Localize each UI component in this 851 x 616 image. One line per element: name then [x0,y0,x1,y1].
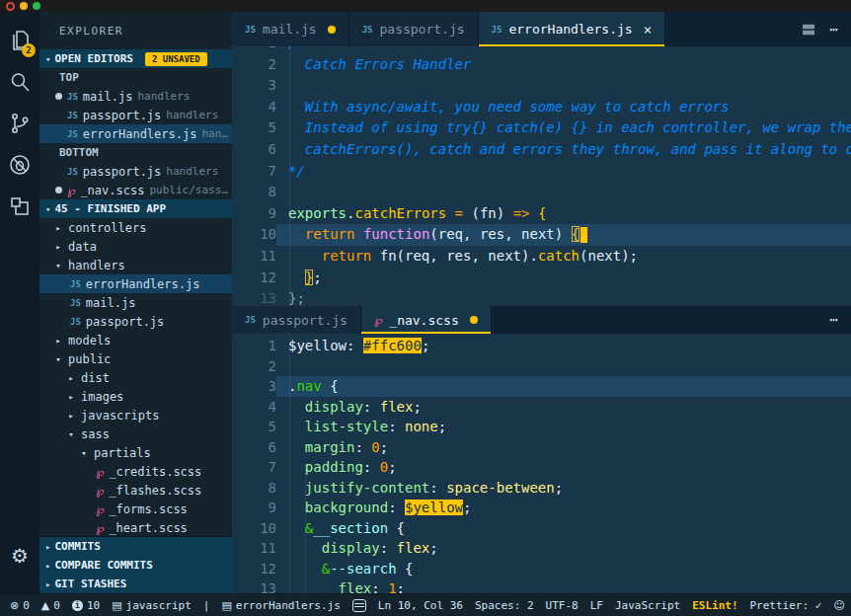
code-line-4[interactable]: 4 display: flex; [232,397,851,418]
code-line-2[interactable]: 2 [232,356,851,377]
tab-passport.js[interactable]: JSpassport.js [349,12,479,46]
code-line-13[interactable]: 13 flex: 1; [232,578,851,593]
line-number: 12 [232,559,276,579]
tree-item-handlers[interactable]: ▾handlers [39,256,232,274]
more-actions-icon[interactable]: ⋯ [829,311,839,329]
tree-item-_forms.scss[interactable]: ℘_forms.scss [39,500,232,518]
line-number: 11 [232,538,276,559]
code-line-8[interactable]: 8 justify-content: space-between; [232,478,851,499]
status-item-Prettier: ✓[interactable]: Prettier: ✓ [750,599,822,612]
status-item-smiley[interactable]: ☺ [833,599,844,612]
status-item-file[interactable]: ▤javascript [112,599,192,612]
status-item-info[interactable]: i10 [72,599,100,612]
code-line-9[interactable]: 9 background: $yellow; [232,498,851,518]
tree-item-_heart.scss[interactable]: ℘_heart.scss [39,518,232,536]
code-line-7[interactable]: 7 padding: 0; [232,457,851,478]
code-token: exports [288,205,347,221]
open-editor-item-mail.js[interactable]: JSmail.jshandlers [39,87,232,106]
minimize-window-button[interactable] [20,2,28,10]
explorer-badge: 2 [22,43,36,57]
code-line-5[interactable]: 5 list-style: none; [232,417,851,437]
tree-item-images[interactable]: ▸images [39,387,232,406]
status-item-barrel[interactable] [352,599,366,612]
code-line-8[interactable]: 8 [232,182,851,203]
code-line-6[interactable]: 6 catchErrors(), catch and errors they t… [232,139,851,161]
status-item-UTF-8[interactable]: UTF-8 [546,599,579,612]
code-line-11[interactable]: 11 return fn(req, res, next).catch(next)… [232,246,851,268]
code-line-1[interactable]: 1$yellow: #ffc600; [232,336,851,356]
tree-item-_credits.scss[interactable]: ℘_credits.scss [39,462,232,481]
code-line-5[interactable]: 5 Instead of using try{} catch(e) {} in … [232,117,851,139]
editor-bottom[interactable]: 1$yellow: #ffc600;23.nav {4 display: fle… [232,334,851,593]
zoom-window-button[interactable] [33,2,40,10]
panel-COMPARE COMMITS[interactable]: ▸COMPARE COMMITS [39,556,232,575]
panel-GIT STASHES[interactable]: ▸GIT STASHES [39,575,232,593]
code-line-11[interactable]: 11 display: flex; [232,538,851,559]
status-item-error[interactable]: ⊗0 [10,599,30,612]
panel-COMMITS[interactable]: ▸COMMITS [39,537,232,556]
tab-_nav.scss[interactable]: ℘_nav.scss [361,306,492,334]
code-line-2[interactable]: 2 Catch Errors Handler [232,54,851,76]
tree-item-partials[interactable]: ▾partials [39,443,232,462]
code-text: Instead of using try{} catch(e) {} in ea… [276,117,851,139]
code-line-3[interactable]: 3 [232,75,851,97]
status-text: LF [590,599,603,612]
close-window-button[interactable] [6,2,15,11]
open-editor-item-passport.js[interactable]: JSpassport.jshandlers [39,162,232,181]
more-actions-icon[interactable]: ⋯ [829,21,839,38]
status-text: | [203,599,210,612]
code-line-7[interactable]: 7*/ [232,161,851,183]
file-name: mail.js [83,90,133,104]
panel-label: COMMITS [54,540,100,553]
open-editor-item-passport.js[interactable]: JSpassport.jshandlers [39,106,232,124]
tree-item-passport.js[interactable]: JSpassport.js [39,312,232,331]
open-editors-header[interactable]: ▾ OPEN EDITORS 2 UNSAVED [39,49,232,68]
tree-item-mail.js[interactable]: JSmail.js [39,293,232,312]
code-line-10[interactable]: 10 &__section { [232,518,851,539]
tree-item-sass[interactable]: ▾sass [39,424,232,443]
editor-top[interactable]: 1/*2 Catch Errors Handler34 With async/a… [232,46,851,306]
debug-icon[interactable] [0,144,39,186]
status-item-file[interactable]: ▤errorHandlers.js [221,599,340,612]
code-line-9[interactable]: 9exports.catchErrors = (fn) => { [232,203,851,225]
open-editor-item-errorHandlers.js[interactable]: JSerrorHandlers.jshandler… [39,124,232,143]
tree-item-javascripts[interactable]: ▸javascripts [39,406,232,424]
status-item-warning[interactable]: ▲0 [41,599,60,612]
project-section-header[interactable]: ▾ 45 - FINISHED APP [39,199,232,218]
tree-item-_flashes.scss[interactable]: ℘_flashes.scss [39,481,232,500]
source-control-icon[interactable] [0,103,39,144]
status-item-JavaScript[interactable]: JavaScript [615,599,680,612]
tree-item-public[interactable]: ▾public [39,349,232,368]
code-line-4[interactable]: 4 With async/await, you need some way to… [232,97,851,118]
code-line-12[interactable]: 12 }; [232,268,851,289]
tab-mail.js[interactable]: JSmail.js [232,12,349,46]
code-token: }; [288,290,305,306]
tree-item-data[interactable]: ▸data [39,237,232,256]
code-line-10[interactable]: 10 return function(req, res, next) { [232,224,851,246]
status-item-Ln 10, Col 36[interactable]: Ln 10, Col 36 [378,599,463,612]
code-token: & [288,520,313,536]
status-item-|[interactable]: | [203,599,210,612]
tree-item-controllers[interactable]: ▸controllers [39,218,232,237]
tab-passport.js[interactable]: JSpassport.js [232,306,361,334]
code-line-3[interactable]: 3.nav { [232,376,851,397]
close-icon[interactable]: × [644,22,652,38]
status-text: Spaces: 2 [475,599,534,612]
tree-item-dist[interactable]: ▸dist [39,368,232,387]
extensions-icon[interactable] [0,186,39,227]
settings-gear-icon[interactable]: ⚙ [11,546,29,566]
split-editor-icon[interactable] [800,21,817,38]
search-icon[interactable] [0,61,39,103]
tab-errorHandlers.js[interactable]: JSerrorHandlers.js× [479,12,666,46]
tree-item-models[interactable]: ▸models [39,331,232,349]
status-item-Spaces: 2[interactable]: Spaces: 2 [475,599,534,612]
code-line-12[interactable]: 12 &--search { [232,559,851,579]
code-line-1[interactable]: 1/* [232,46,851,54]
tree-item-errorHandlers.js[interactable]: JSerrorHandlers.js [39,274,232,293]
status-item-ESLint![interactable]: ESLint! [692,599,737,612]
code-line-6[interactable]: 6 margin: 0; [232,437,851,458]
code-line-13[interactable]: 13}; [232,288,851,306]
explorer-icon[interactable]: 2 [0,20,39,61]
status-item-LF[interactable]: LF [590,599,603,612]
open-editor-item-_nav.scss[interactable]: ℘_nav.scsspublic/sass/pa… [39,181,232,199]
